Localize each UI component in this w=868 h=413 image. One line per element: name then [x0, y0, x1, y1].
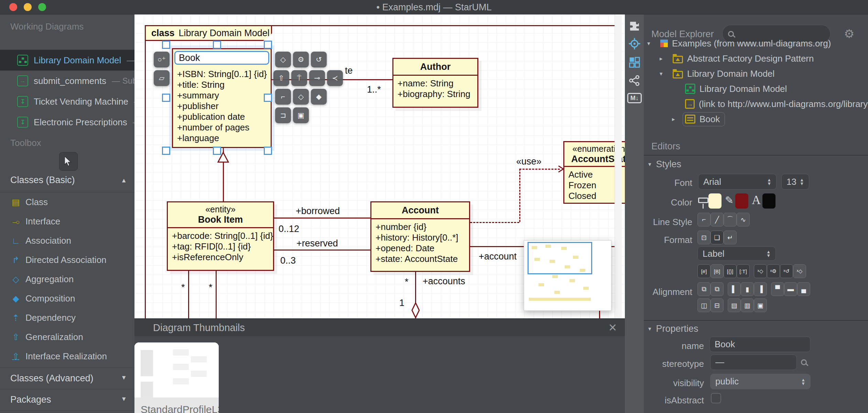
toolbox-tool[interactable]: Interface Realization	[0, 347, 134, 366]
font-color-swatch[interactable]	[762, 193, 775, 209]
tree-caret-icon[interactable]: ▸	[672, 116, 683, 123]
selection-handle-ne[interactable]	[264, 41, 272, 49]
alignment-button[interactable]: ▐	[754, 282, 767, 296]
toolbox-tool[interactable]: Interface	[0, 212, 134, 231]
markdown-icon[interactable]: M↓	[627, 93, 642, 103]
association-borrowed-line[interactable]	[274, 218, 370, 219]
selection-handle-w[interactable]	[162, 94, 170, 102]
display-toggle-button[interactable]: [B]	[710, 264, 724, 278]
quick-tool-button[interactable]: ⊐	[275, 107, 291, 123]
quick-tool-button[interactable]: ▣	[293, 107, 309, 123]
tree-item[interactable]: ▾ Examples (from www.uml-diagrams.org)	[644, 36, 868, 51]
class-name-editor[interactable]	[174, 51, 269, 65]
dependency-use-line-h1[interactable]	[470, 222, 519, 223]
tree-item[interactable]: (link to http://www.uml-diagrams.org/lib…	[644, 96, 868, 112]
toolbox-section[interactable]: Classes (Advanced) ▼	[0, 368, 134, 389]
quick-tool-button[interactable]: ⊸	[309, 70, 325, 86]
toolbox-tool[interactable]: Aggregation	[0, 269, 134, 289]
working-diagram-item[interactable]: Ticket Vending Machine — T	[0, 91, 134, 112]
toolbox-tool[interactable]: Association	[0, 231, 134, 250]
tree-caret-icon[interactable]: ▸	[660, 55, 671, 62]
toolbox-tool[interactable]: Directed Association	[0, 250, 134, 269]
fill-color-swatch[interactable]	[708, 193, 721, 209]
toolbox-tool[interactable]: Dependency	[0, 308, 134, 327]
class-author[interactable]: Author +name: String+biography: String	[392, 58, 478, 108]
association-item-line-left[interactable]	[188, 271, 189, 318]
generalization-line-bottom[interactable]	[223, 162, 224, 201]
alignment-button[interactable]: ▬	[784, 282, 797, 296]
quick-tool-button[interactable]: ▱	[154, 70, 170, 86]
quick-tool-button[interactable]: ≺	[327, 70, 343, 86]
tree-item[interactable]: Library Domain Model	[644, 81, 868, 96]
preview-viewport[interactable]	[528, 242, 592, 274]
quick-tool-button[interactable]: ⚙	[293, 52, 309, 67]
display-toggle-button[interactable]: ˣ◇	[793, 264, 806, 278]
display-toggle-button[interactable]: ˣ⚙	[767, 264, 780, 278]
diagram-thumbnail-card[interactable]: StandardProfileL3	[134, 342, 219, 413]
working-diagram-item[interactable]: submit_comments — Submit	[0, 71, 134, 91]
selection-handle-n[interactable]	[213, 41, 221, 49]
display-toggle-button[interactable]: [{}]	[724, 264, 737, 278]
format-button[interactable]: ⊡	[697, 231, 710, 244]
quick-tool-button[interactable]: ⍑	[291, 70, 307, 86]
display-toggle-button[interactable]: ˣ↺	[780, 264, 793, 278]
alignment-button[interactable]: ▀	[771, 282, 784, 296]
display-toggle-button[interactable]: [:T]	[737, 264, 750, 278]
properties-section-header[interactable]: ▾Properties	[648, 324, 698, 334]
name-field[interactable]	[709, 337, 811, 352]
relationship-explorer-icon[interactable]	[628, 74, 641, 87]
alignment-button[interactable]: ◫	[697, 298, 710, 312]
line-style-button[interactable]: ∿	[737, 213, 750, 226]
quick-tool-button[interactable]: ⇧	[273, 70, 289, 86]
alignment-button[interactable]: ⧉	[697, 282, 710, 296]
diagram-preview-popup[interactable]	[524, 240, 611, 311]
format-button[interactable]: ❏	[710, 231, 724, 244]
selection-handle-se[interactable]	[264, 147, 272, 155]
selection-handle-e[interactable]	[264, 94, 272, 102]
association-item-line-right[interactable]	[216, 271, 217, 318]
pointer-tool-button[interactable]	[59, 152, 78, 171]
working-diagram-item[interactable]: Electronic Prescriptions — E	[0, 112, 134, 133]
alignment-button[interactable]: ▤	[728, 298, 741, 312]
display-toggle-button[interactable]: [#]	[697, 264, 710, 278]
isabstract-checkbox[interactable]	[711, 393, 721, 403]
label-format-select[interactable]: Label▲▼	[697, 246, 776, 261]
toolbox-section-classes-basic[interactable]: Classes (Basic) ▲	[0, 175, 134, 191]
quick-tool-button[interactable]: ○⁺	[154, 52, 170, 67]
quick-tool-button[interactable]: ◇	[275, 52, 291, 67]
class-book[interactable]: +ISBN: String[0..1] {id}+title: String+s…	[172, 48, 272, 148]
toolbox-section[interactable]: Packages ▼	[0, 389, 134, 410]
tree-item[interactable]: ▾ Library Domain Model	[644, 66, 868, 81]
line-color-swatch[interactable]	[735, 193, 748, 209]
quick-tool-button[interactable]: ◆	[311, 89, 327, 105]
toolbox-section[interactable]: Composite Structure ▼	[0, 410, 134, 413]
line-style-button[interactable]: ⌐	[697, 213, 710, 226]
alignment-button[interactable]: ▥	[741, 298, 754, 312]
tree-item[interactable]: ▸ Abstract Factory Design Pattern	[644, 51, 868, 66]
font-family-select[interactable]: Arial▲▼	[698, 174, 777, 190]
class-account[interactable]: Account +number {id}+history: History[0.…	[370, 201, 470, 272]
selection-handle-s[interactable]	[213, 147, 221, 155]
stereotype-search-icon[interactable]	[801, 359, 807, 365]
tree-caret-icon[interactable]: ▾	[647, 40, 658, 47]
alignment-button[interactable]: ▣	[754, 298, 767, 312]
display-toggle-button[interactable]: ˣ◇	[754, 264, 767, 278]
tree-item[interactable]: ▸ Book	[644, 112, 868, 127]
quick-tool-button[interactable]: ↺	[311, 52, 327, 67]
selection-handle-sw[interactable]	[162, 147, 170, 155]
alignment-button[interactable]: ⊟	[710, 298, 724, 312]
tree-caret-icon[interactable]: ▾	[660, 70, 671, 77]
toolbox-tool[interactable]: Composition	[0, 289, 134, 308]
format-button[interactable]: ↵	[724, 231, 737, 244]
alignment-button[interactable]: ▮	[741, 282, 754, 296]
vertical-scrollbar[interactable]	[615, 14, 622, 318]
association-reserved-line[interactable]	[274, 250, 370, 251]
zoom-navigator-icon[interactable]	[628, 37, 641, 50]
selection-handle-nw[interactable]	[162, 41, 170, 49]
stereotype-field[interactable]	[710, 354, 797, 370]
alignment-button[interactable]: ▌	[728, 282, 741, 296]
line-style-button[interactable]: ╱	[710, 213, 724, 226]
extensions-icon[interactable]	[628, 20, 641, 32]
toolbox-tool[interactable]: Generalization	[0, 327, 134, 347]
toolbox-tool[interactable]: Class	[0, 192, 134, 212]
